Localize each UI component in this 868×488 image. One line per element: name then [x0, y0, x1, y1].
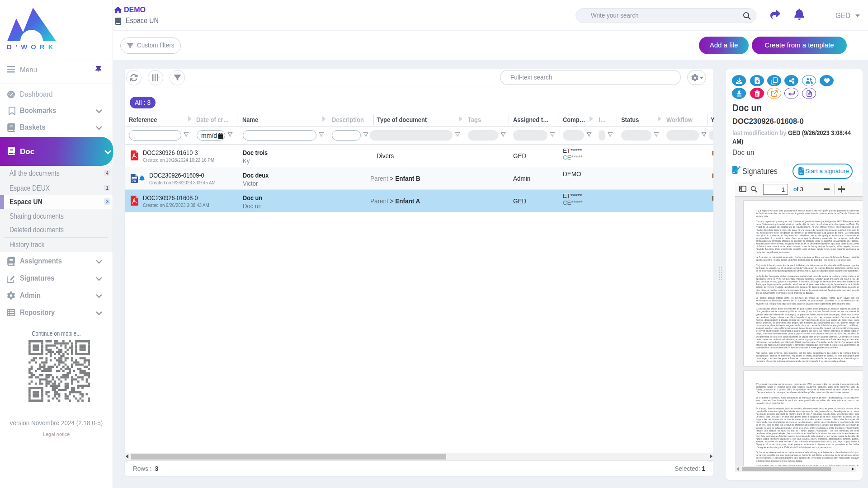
svg-text:w: w — [133, 179, 137, 183]
